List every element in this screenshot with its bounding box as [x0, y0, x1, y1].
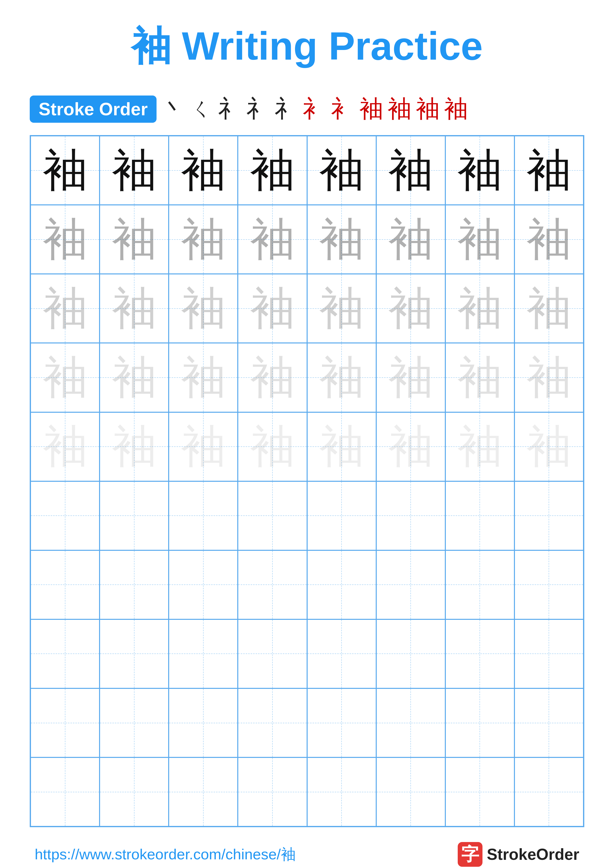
grid-cell-5-3[interactable]	[238, 481, 307, 550]
grid-cell-6-3[interactable]	[238, 550, 307, 619]
grid-cell-2-7[interactable]: 袖	[515, 274, 583, 343]
grid-cell-1-2[interactable]: 袖	[169, 205, 238, 274]
cell-char-1-3: 袖	[250, 217, 295, 262]
cell-char-4-5: 袖	[389, 424, 433, 469]
grid-cell-0-7[interactable]: 袖	[515, 136, 583, 205]
grid-cell-6-2[interactable]	[169, 550, 238, 619]
grid-cell-4-0[interactable]: 袖	[31, 412, 99, 481]
grid-cell-5-5[interactable]	[376, 481, 445, 550]
grid-cell-5-4[interactable]	[307, 481, 376, 550]
grid-cell-8-6[interactable]	[445, 688, 515, 757]
grid-cell-0-3[interactable]: 袖	[238, 136, 307, 205]
grid-cell-7-4[interactable]	[307, 619, 376, 688]
grid-cell-8-2[interactable]	[169, 688, 238, 757]
grid-cell-3-6[interactable]: 袖	[445, 343, 515, 412]
cell-char-3-7: 袖	[527, 355, 571, 400]
stroke-order-badge: Stroke Order	[30, 96, 157, 123]
grid-cell-3-1[interactable]: 袖	[99, 343, 169, 412]
grid-cell-2-0[interactable]: 袖	[31, 274, 99, 343]
grid-cell-6-4[interactable]	[307, 550, 376, 619]
grid-cell-2-5[interactable]: 袖	[376, 274, 445, 343]
grid-row-5	[31, 481, 583, 550]
grid-cell-8-1[interactable]	[99, 688, 169, 757]
grid-cell-9-5[interactable]	[376, 757, 445, 826]
cell-char-3-0: 袖	[43, 355, 87, 400]
cell-char-3-5: 袖	[389, 355, 433, 400]
grid-row-9	[31, 757, 583, 826]
grid-cell-0-0[interactable]: 袖	[31, 136, 99, 205]
grid-cell-5-1[interactable]	[99, 481, 169, 550]
grid-cell-2-2[interactable]: 袖	[169, 274, 238, 343]
grid-cell-6-7[interactable]	[515, 550, 583, 619]
grid-row-6	[31, 550, 583, 619]
grid-cell-0-6[interactable]: 袖	[445, 136, 515, 205]
grid-cell-3-2[interactable]: 袖	[169, 343, 238, 412]
grid-cell-9-4[interactable]	[307, 757, 376, 826]
cell-char-0-6: 袖	[457, 148, 502, 193]
grid-cell-4-2[interactable]: 袖	[169, 412, 238, 481]
grid-cell-8-3[interactable]	[238, 688, 307, 757]
stroke-char-3: 礻	[246, 93, 270, 125]
grid-cell-8-4[interactable]	[307, 688, 376, 757]
grid-cell-1-5[interactable]: 袖	[376, 205, 445, 274]
stroke-char-0: 丶	[162, 93, 185, 125]
grid-cell-0-2[interactable]: 袖	[169, 136, 238, 205]
grid-cell-3-7[interactable]: 袖	[515, 343, 583, 412]
grid-cell-5-0[interactable]	[31, 481, 99, 550]
grid-cell-4-4[interactable]: 袖	[307, 412, 376, 481]
cell-char-2-4: 袖	[319, 286, 364, 331]
grid-cell-1-1[interactable]: 袖	[99, 205, 169, 274]
grid-cell-8-7[interactable]	[515, 688, 583, 757]
grid-cell-4-5[interactable]: 袖	[376, 412, 445, 481]
grid-cell-6-0[interactable]	[31, 550, 99, 619]
grid-cell-2-4[interactable]: 袖	[307, 274, 376, 343]
cell-char-1-4: 袖	[319, 217, 364, 262]
grid-cell-0-4[interactable]: 袖	[307, 136, 376, 205]
grid-cell-5-6[interactable]	[445, 481, 515, 550]
grid-cell-7-6[interactable]	[445, 619, 515, 688]
grid-cell-1-0[interactable]: 袖	[31, 205, 99, 274]
grid-cell-7-5[interactable]	[376, 619, 445, 688]
grid-cell-2-6[interactable]: 袖	[445, 274, 515, 343]
cell-char-1-0: 袖	[43, 217, 87, 262]
grid-cell-6-6[interactable]	[445, 550, 515, 619]
grid-cell-3-4[interactable]: 袖	[307, 343, 376, 412]
grid-cell-8-5[interactable]	[376, 688, 445, 757]
grid-cell-5-7[interactable]	[515, 481, 583, 550]
grid-cell-4-7[interactable]: 袖	[515, 412, 583, 481]
title-label: Writing Practice	[182, 24, 483, 68]
grid-cell-7-2[interactable]	[169, 619, 238, 688]
grid-cell-1-7[interactable]: 袖	[515, 205, 583, 274]
grid-cell-7-0[interactable]	[31, 619, 99, 688]
footer-logo: 字 StrokeOrder	[458, 842, 579, 867]
grid-cell-0-5[interactable]: 袖	[376, 136, 445, 205]
grid-cell-2-3[interactable]: 袖	[238, 274, 307, 343]
grid-cell-4-6[interactable]: 袖	[445, 412, 515, 481]
grid-cell-2-1[interactable]: 袖	[99, 274, 169, 343]
grid-cell-9-6[interactable]	[445, 757, 515, 826]
grid-cell-3-0[interactable]: 袖	[31, 343, 99, 412]
grid-cell-4-3[interactable]: 袖	[238, 412, 307, 481]
grid-cell-7-7[interactable]	[515, 619, 583, 688]
grid-cell-5-2[interactable]	[169, 481, 238, 550]
grid-cell-9-1[interactable]	[99, 757, 169, 826]
footer-logo-icon: 字	[458, 842, 482, 867]
grid-cell-9-0[interactable]	[31, 757, 99, 826]
grid-cell-9-3[interactable]	[238, 757, 307, 826]
grid-cell-1-3[interactable]: 袖	[238, 205, 307, 274]
cell-char-4-4: 袖	[319, 424, 364, 469]
grid-cell-7-3[interactable]	[238, 619, 307, 688]
grid-cell-0-1[interactable]: 袖	[99, 136, 169, 205]
grid-cell-7-1[interactable]	[99, 619, 169, 688]
grid-cell-6-1[interactable]	[99, 550, 169, 619]
grid-cell-1-4[interactable]: 袖	[307, 205, 376, 274]
grid-cell-3-5[interactable]: 袖	[376, 343, 445, 412]
grid-cell-8-0[interactable]	[31, 688, 99, 757]
grid-cell-1-6[interactable]: 袖	[445, 205, 515, 274]
grid-cell-4-1[interactable]: 袖	[99, 412, 169, 481]
grid-cell-6-5[interactable]	[376, 550, 445, 619]
grid-cell-9-7[interactable]	[515, 757, 583, 826]
cell-char-3-1: 袖	[112, 355, 157, 400]
grid-cell-9-2[interactable]	[169, 757, 238, 826]
grid-cell-3-3[interactable]: 袖	[238, 343, 307, 412]
